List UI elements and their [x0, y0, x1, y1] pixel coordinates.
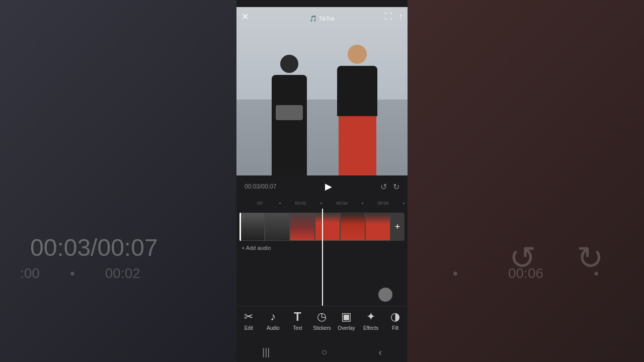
timestamp: 00:03/00:07 — [245, 183, 276, 190]
play-button[interactable]: ▶ — [325, 181, 332, 192]
tool-text[interactable]: T Text — [286, 310, 308, 331]
tiktok-logo-icon: 🎵 — [309, 15, 317, 22]
thumb-fig-5 — [341, 213, 365, 240]
text-label: Text — [293, 325, 302, 331]
thumb-fig-4 — [315, 213, 340, 240]
bg-left-time-1: • — [70, 265, 75, 282]
tiktok-label: TikTok — [319, 16, 335, 22]
timeline-area: + + Add audio — [236, 209, 408, 306]
bg-left-timeline: :00 • 00:02 — [0, 265, 236, 282]
bg-right-timeline: • 00:06 • — [408, 265, 644, 282]
thumb-fig-2 — [265, 213, 289, 240]
audio-label: Audio — [267, 325, 280, 331]
controls-bar: 00:03/00:07 ▶ ↺ ↻ — [236, 175, 408, 198]
edit-icon: ✂ — [244, 310, 253, 323]
undo-button[interactable]: ↺ — [380, 182, 387, 192]
overlay-label: Overlay — [338, 325, 355, 331]
undo-redo-controls: ↺ ↻ — [380, 182, 399, 192]
video-top-right: ⛶ ↑ — [384, 11, 403, 22]
tool-audio[interactable]: ♪ Audio — [262, 310, 284, 331]
nav-bar: ||| ○ ‹ — [236, 342, 408, 362]
text-icon: T — [294, 310, 301, 323]
track-thumb-3 — [290, 213, 315, 241]
menu-button[interactable]: ||| — [262, 346, 270, 358]
bg-right-time-2: • — [594, 265, 599, 282]
tool-stickers[interactable]: ◷ Stickers — [311, 310, 333, 331]
close-button[interactable]: ✕ — [242, 11, 249, 22]
bg-left-blur — [0, 0, 236, 362]
track-thumb-6 — [365, 213, 390, 241]
video-frame — [236, 7, 408, 175]
bottom-toolbar: ✂ Edit ♪ Audio T Text ◷ Stickers ▣ Overl… — [236, 306, 408, 342]
scroll-handle[interactable] — [378, 288, 392, 302]
person-right — [332, 45, 382, 175]
top-bar — [236, 0, 408, 7]
ruler-mark-1: 00:02 — [281, 201, 320, 206]
bg-left-time-0: :00 — [20, 265, 40, 282]
video-top-controls: ✕ 🎵 TikTok ⛶ ↑ — [236, 11, 408, 22]
playhead — [322, 209, 323, 306]
bg-left-time-2: 00:02 — [105, 265, 140, 282]
effects-label: Effects — [363, 325, 378, 331]
bg-right-panel: ↺ ↻ • 00:06 • — [408, 0, 644, 362]
tool-edit[interactable]: ✂ Edit — [237, 310, 260, 331]
person-left-body — [272, 75, 307, 175]
add-clip-button[interactable]: + — [390, 213, 405, 241]
effects-icon: ✦ — [366, 310, 375, 323]
person-left — [267, 55, 312, 175]
track-thumb-1 — [239, 213, 265, 241]
edit-label: Edit — [245, 325, 253, 331]
person-left-head — [280, 55, 298, 73]
filter-label: Filt — [392, 325, 398, 331]
bg-right-blur — [408, 0, 644, 362]
tiktok-watermark: 🎵 TikTok — [309, 15, 335, 22]
tool-filter[interactable]: ◑ Filt — [384, 310, 407, 331]
redo-button[interactable]: ↻ — [393, 182, 399, 192]
tool-effects[interactable]: ✦ Effects — [360, 310, 382, 331]
play-button-container: ▶ — [325, 181, 332, 192]
clip-marker-6 — [239, 213, 241, 241]
timeline-ruler: :00 00:02 00:04 00:06 — [236, 198, 408, 209]
screen-container: 00:03/00:07 :00 • 00:02 ↺ ↻ • 00:06 • — [0, 0, 644, 362]
ruler-mark-3: 00:06 — [363, 201, 403, 206]
add-audio-button[interactable]: + Add audio — [242, 245, 271, 251]
bg-left-timestamp: 00:03/00:07 — [30, 234, 158, 261]
ruler-mark-2: 00:04 — [322, 201, 362, 206]
track-thumb-2 — [265, 213, 290, 241]
thumb-fig-6 — [366, 213, 390, 240]
ruler-mark-0: :00 — [239, 201, 279, 206]
person-right-body-bottom — [339, 116, 376, 175]
ruler-marks: :00 00:02 00:04 00:06 — [239, 201, 405, 206]
bg-right-time-1: 00:06 — [508, 265, 543, 282]
phone-ui: ✕ 🎵 TikTok ⛶ ↑ 00:03/00:07 ▶ ↺ ↻ — [236, 0, 408, 362]
track-thumb-4 — [315, 213, 340, 241]
overlay-icon: ▣ — [341, 310, 352, 323]
bg-right-time-0: • — [453, 265, 458, 282]
expand-button[interactable]: ⛶ — [384, 12, 392, 21]
home-button[interactable]: ○ — [321, 346, 327, 358]
video-container: ✕ 🎵 TikTok ⛶ ↑ — [236, 7, 408, 175]
ruler-dot-3 — [403, 203, 405, 204]
person-right-head — [348, 45, 367, 64]
tool-overlay[interactable]: ▣ Overlay — [336, 310, 358, 331]
thumb-fig-1 — [240, 213, 264, 240]
audio-icon: ♪ — [270, 310, 276, 323]
stickers-icon: ◷ — [317, 310, 327, 323]
share-button[interactable]: ↑ — [398, 12, 403, 21]
filter-icon: ◑ — [390, 310, 400, 323]
person-right-body-top — [337, 66, 377, 116]
thumb-fig-3 — [290, 213, 314, 240]
stickers-label: Stickers — [313, 325, 331, 331]
bg-left-panel: 00:03/00:07 :00 • 00:02 — [0, 0, 236, 362]
back-button[interactable]: ‹ — [378, 346, 382, 358]
track-thumb-5 — [340, 213, 365, 241]
